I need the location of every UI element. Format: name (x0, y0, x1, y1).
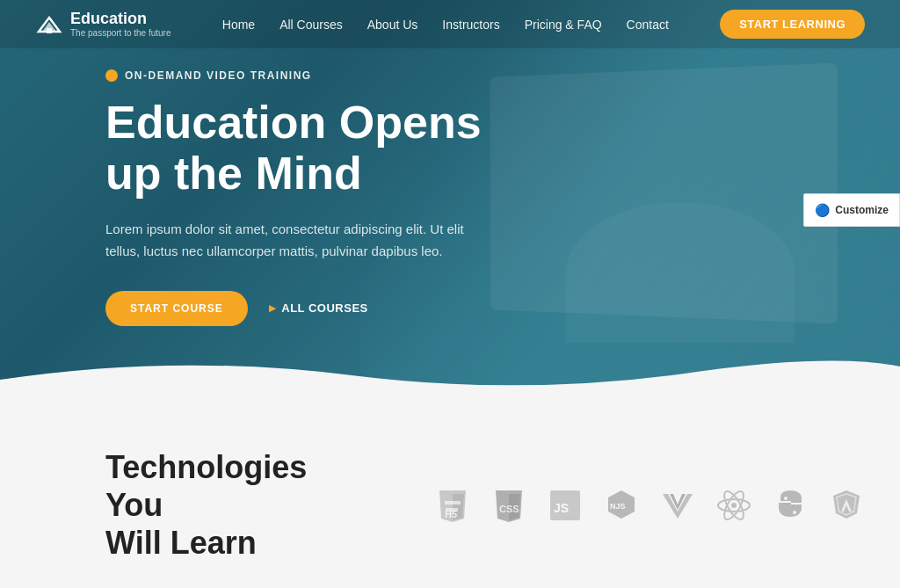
tech-icon-python (772, 487, 809, 524)
hero-tag-text: ON-DEMAND VIDEO TRAINING (125, 69, 312, 82)
tech-title-line2: Will Learn (105, 525, 257, 561)
tech-icon-css3: CSS (490, 487, 527, 524)
nav-link-home[interactable]: Home (222, 18, 255, 32)
svg-rect-2 (47, 28, 52, 33)
nav-link-contact[interactable]: Contact (627, 18, 669, 32)
logo-name: Education (70, 10, 147, 27)
hero-content: ON-DEMAND VIDEO TRAINING Education Opens… (0, 69, 482, 325)
nav-item-about[interactable]: About Us (367, 17, 418, 33)
hero-tag: ON-DEMAND VIDEO TRAINING (105, 69, 482, 82)
start-learning-button[interactable]: START LEARNING (720, 10, 865, 39)
nav-item-contact[interactable]: Contact (627, 17, 669, 33)
customize-label: Customize (835, 204, 889, 216)
nav-link-about[interactable]: About Us (367, 18, 418, 32)
nav-item-pricing[interactable]: Pricing & FAQ (525, 17, 602, 33)
navbar: Education The passport to the future Hom… (0, 0, 900, 48)
tech-title: Technologies You Will Learn (105, 448, 334, 563)
nav-link-instructors[interactable]: Instructors (442, 18, 499, 32)
nav-link-pricing[interactable]: Pricing & FAQ (525, 18, 602, 32)
tech-title-block: Technologies You Will Learn (105, 448, 334, 563)
tech-icon-nodejs: NJS (603, 487, 640, 524)
logo-icon (35, 11, 63, 39)
hero-description: Lorem ipsum dolor sit amet, consectetur … (105, 218, 475, 263)
customize-icon: 🔵 (815, 203, 830, 217)
tech-icon-angular (828, 487, 865, 524)
hero-title-line2: up the Mind (105, 148, 362, 199)
nav-item-instructors[interactable]: Instructors (442, 17, 499, 33)
hero-title-line1: Education Opens (105, 97, 482, 148)
logo-text-block: Education The passport to the future (70, 11, 171, 38)
logo-subtitle: The passport to the future (70, 28, 171, 38)
all-courses-link[interactable]: ALL COURSES (269, 301, 368, 315)
nav-link-courses[interactable]: All Courses (279, 18, 343, 32)
svg-point-20 (731, 503, 737, 508)
tech-icon-vuejs (659, 487, 696, 524)
tech-icons-group: H5 CSS JS NJS (434, 487, 865, 524)
svg-point-21 (784, 497, 788, 500)
hero-wave (0, 353, 900, 396)
svg-text:CSS: CSS (499, 504, 519, 514)
nav-item-home[interactable]: Home (222, 17, 255, 33)
logo[interactable]: Education The passport to the future (35, 11, 171, 39)
tech-icon-html5: H5 (434, 487, 471, 524)
hero-section: ON-DEMAND VIDEO TRAINING Education Opens… (0, 0, 900, 396)
tech-section: Technologies You Will Learn H5 CSS (0, 396, 900, 588)
hero-actions: START COURSE ALL COURSES (105, 291, 482, 326)
nav-item-courses[interactable]: All Courses (279, 17, 343, 33)
tech-icon-react (715, 487, 752, 524)
svg-text:JS: JS (554, 501, 569, 515)
svg-text:NJS: NJS (610, 502, 626, 511)
tech-icon-js: JS (547, 487, 584, 524)
svg-rect-5 (445, 501, 461, 505)
tech-title-line1: Technologies You (105, 449, 307, 523)
hero-title: Education Opens up the Mind (105, 98, 482, 198)
nav-links: Home All Courses About Us Instructors Pr… (222, 17, 669, 33)
start-course-button[interactable]: START COURSE (105, 291, 248, 326)
customize-button[interactable]: 🔵 Customize (803, 193, 900, 227)
tag-dot (105, 69, 118, 82)
svg-text:H5: H5 (445, 509, 457, 519)
svg-point-22 (793, 511, 796, 514)
